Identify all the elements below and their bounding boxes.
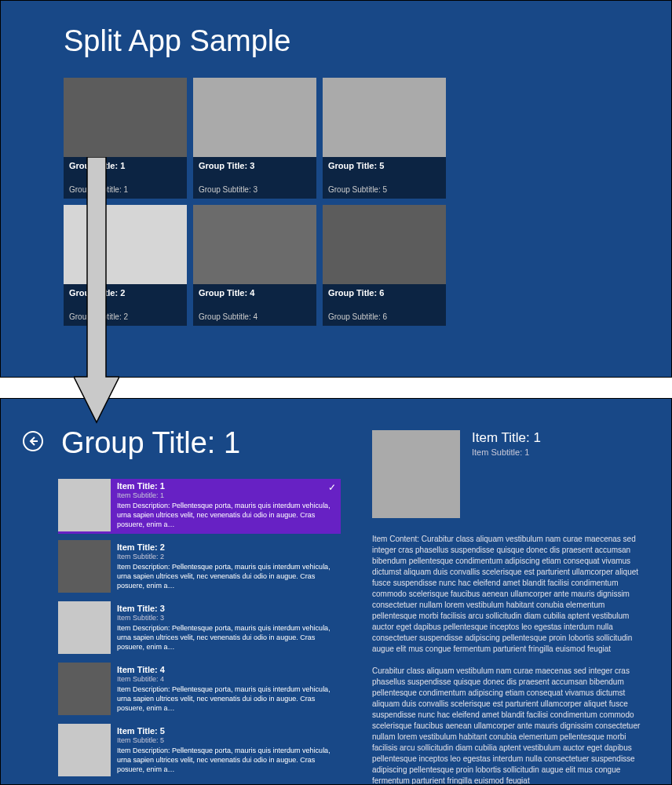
tile-image [64,78,187,157]
item-description: Item Description: Pellentesque porta, ma… [117,623,334,652]
item-title: Item Title: 2 [117,542,334,552]
item-list[interactable]: Item Title: 1 Item Subtitle: 1 Item Desc… [58,479,341,785]
tile-title: Group Title: 5 [328,161,440,170]
tile-caption: Group Title: 5 Group Subtitle: 5 [323,157,446,199]
tile-image [323,205,446,284]
list-item[interactable]: Item Title: 5 Item Subtitle: 5 Item Desc… [58,724,341,779]
item-text: Item Title: 3 Item Subtitle: 3 Item Desc… [111,601,341,656]
navigation-arrow-icon [74,157,119,424]
item-text: Item Title: 5 Item Subtitle: 5 Item Desc… [111,724,341,779]
tile-title: Group Title: 3 [199,161,311,170]
list-item[interactable]: Item Title: 4 Item Subtitle: 4 Item Desc… [58,663,341,717]
detail-subtitle: Item Subtitle: 1 [472,447,541,457]
item-thumbnail [58,663,111,715]
item-title: Item Title: 4 [117,665,334,674]
item-description: Item Description: Pellentesque porta, ma… [117,746,334,774]
item-subtitle: Item Subtitle: 4 [117,675,334,683]
group-tile[interactable]: Group Title: 4 Group Subtitle: 4 [193,205,316,326]
item-subtitle: Item Subtitle: 1 [117,491,334,499]
item-text: Item Title: 4 Item Subtitle: 4 Item Desc… [111,663,341,717]
list-item[interactable]: Item Title: 2 Item Subtitle: 2 Item Desc… [58,540,341,595]
tile-subtitle: Group Subtitle: 6 [328,312,387,321]
group-grid: Group Title: 1 Group Subtitle: 1 Group T… [64,78,671,326]
item-subtitle: Item Subtitle: 3 [117,614,334,622]
group-tile[interactable]: Group Title: 6 Group Subtitle: 6 [323,205,446,326]
item-subtitle: Item Subtitle: 5 [117,736,334,744]
item-subtitle: Item Subtitle: 2 [117,553,334,560]
item-text: Item Title: 1 Item Subtitle: 1 Item Desc… [111,479,341,534]
split-screen: Group Title: 1 Item Title: 1 Item Subtit… [0,398,672,785]
item-title: Item Title: 3 [117,604,334,613]
detail-paragraph: Curabitur class aliquam vestibulum nam c… [372,666,644,785]
detail-header: Item Title: 1 Item Subtitle: 1 [372,430,644,518]
item-title: Item Title: 1 [117,481,334,491]
item-thumbnail [58,601,111,654]
back-button[interactable] [23,431,43,451]
check-icon: ✓ [328,482,336,493]
tile-subtitle: Group Subtitle: 5 [328,185,387,194]
tile-subtitle: Group Subtitle: 4 [199,312,257,321]
tile-caption: Group Title: 4 Group Subtitle: 4 [193,284,316,326]
item-thumbnail [58,540,111,593]
group-tile[interactable]: Group Title: 5 Group Subtitle: 5 [323,78,446,199]
item-text: Item Title: 2 Item Subtitle: 2 Item Desc… [111,540,341,595]
tile-image [323,78,446,157]
app-title: Split App Sample [64,24,671,58]
detail-content: Item Content: Curabitur class aliquam ve… [372,534,644,785]
item-description: Item Description: Pellentesque porta, ma… [117,562,334,590]
tile-caption: Group Title: 3 Group Subtitle: 3 [193,157,316,199]
tile-caption: Group Title: 6 Group Subtitle: 6 [323,284,446,326]
tile-image [193,205,316,284]
group-tile[interactable]: Group Title: 3 Group Subtitle: 3 [193,78,316,199]
tile-title: Group Title: 4 [199,288,311,298]
group-heading: Group Title: 1 [61,426,341,460]
item-detail-panel: Item Title: 1 Item Subtitle: 1 Item Cont… [372,426,644,784]
detail-paragraph: Item Content: Curabitur class aliquam ve… [372,534,644,655]
item-title: Item Title: 5 [117,726,334,736]
item-description: Item Description: Pellentesque porta, ma… [117,501,334,529]
item-thumbnail [58,479,111,531]
detail-thumbnail [372,430,460,518]
list-item[interactable]: Item Title: 3 Item Subtitle: 3 Item Desc… [58,601,341,656]
tile-image [193,78,316,157]
tile-title: Group Title: 6 [328,288,440,298]
detail-title: Item Title: 1 [472,430,541,446]
tile-subtitle: Group Subtitle: 3 [199,185,257,194]
item-thumbnail [58,724,111,776]
list-item[interactable]: Item Title: 1 Item Subtitle: 1 Item Desc… [58,479,341,534]
item-description: Item Description: Pellentesque porta, ma… [117,685,334,713]
item-list-panel: Group Title: 1 Item Title: 1 Item Subtit… [58,426,341,784]
